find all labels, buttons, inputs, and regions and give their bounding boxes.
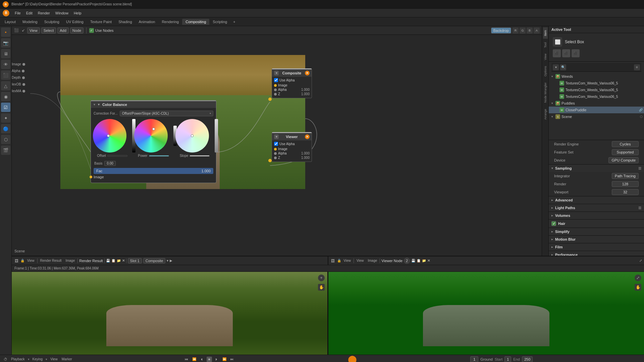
- left-vp-image-btn[interactable]: Image: [64, 258, 76, 263]
- item-thumb-1[interactable]: ⬛: [553, 49, 561, 57]
- pb-reverse-play[interactable]: ⏴: [199, 357, 205, 361]
- end-value[interactable]: 250: [522, 356, 533, 362]
- node-canvas[interactable]: Image Alpha Depth IexOB: [12, 35, 542, 256]
- weeds-toggle-icon[interactable]: ▾: [550, 74, 554, 78]
- tab-shading[interactable]: Shading: [115, 19, 135, 25]
- left-vp-close-icon[interactable]: ✕: [122, 259, 125, 262]
- slope-value[interactable]: [190, 155, 210, 157]
- tab-uv-editing[interactable]: UV Editing: [63, 19, 87, 25]
- hair-checkbox[interactable]: ✓: [551, 221, 556, 226]
- outliner-search-icon[interactable]: 🔍: [560, 64, 566, 70]
- tab-add[interactable]: +: [230, 19, 238, 25]
- pb-view-btn[interactable]: View: [49, 357, 59, 361]
- frame-number[interactable]: 1: [470, 356, 478, 362]
- light-paths-header[interactable]: ▸ Light Paths ☰: [549, 204, 644, 212]
- right-vp-expand-icon[interactable]: ⤢: [639, 259, 642, 262]
- composite-node[interactable]: ▾ Composite ✕ Use Alpha: [272, 68, 312, 98]
- viewer-close-icon[interactable]: ✕: [305, 134, 310, 139]
- outliner-item-tex3[interactable]: M TexturesCom_Weeds_Various06_5: [549, 93, 644, 100]
- tab-texture-paint[interactable]: Texture Paint: [87, 19, 115, 25]
- scene-expand-icon[interactable]: ⬡: [640, 115, 643, 118]
- simplify-header[interactable]: ▸ Simplify: [549, 228, 644, 235]
- offset-wheel[interactable]: [93, 119, 126, 153]
- viewer-use-alpha[interactable]: Use Alpha: [274, 142, 310, 146]
- outliner-item-tex1[interactable]: M TexturesCom_Weeds_Various06_5: [549, 80, 644, 86]
- vtab-arrange[interactable]: Arrange: [543, 106, 548, 122]
- left-icon-obj2[interactable]: ⬡: [1, 135, 10, 144]
- ne-select-btn[interactable]: Select: [41, 27, 56, 34]
- pb-marker-btn[interactable]: Marker: [61, 357, 73, 361]
- fac-row[interactable]: Fac 1.000: [94, 168, 213, 174]
- menu-edit[interactable]: Edit: [23, 10, 35, 16]
- pb-keying-btn[interactable]: Keying: [32, 357, 44, 361]
- right-vp-expand-btn[interactable]: ⤢: [635, 275, 641, 281]
- pb-first-frame[interactable]: ⏮: [184, 357, 189, 361]
- outliner-item-puddles[interactable]: ▾ 📦 Puddles: [549, 100, 644, 107]
- right-vp-copy-icon[interactable]: 📋: [417, 259, 421, 262]
- ne-view-btn[interactable]: View: [27, 27, 40, 34]
- left-icon-scene[interactable]: ●: [1, 27, 10, 37]
- right-vp-lock-icon[interactable]: 🔒: [337, 259, 341, 262]
- pb-next-frame[interactable]: ⏩: [221, 357, 227, 361]
- outliner-filter-icon[interactable]: ▾: [553, 64, 559, 70]
- right-vp-view-btn2[interactable]: View: [355, 258, 365, 263]
- slope-side-slider[interactable]: [215, 119, 218, 153]
- correction-select[interactable]: Offset/Power/Slope (ASC-CDL) ▾: [120, 111, 213, 116]
- vtab-tool[interactable]: Tool: [543, 40, 548, 51]
- render-engine-value[interactable]: Cycles: [612, 141, 639, 147]
- performance-header[interactable]: ▸ Performance: [549, 251, 644, 256]
- puddles-toggle-icon[interactable]: ▾: [550, 101, 554, 105]
- slot-dropdown[interactable]: Slot 1: [128, 258, 142, 263]
- item-thumb-2[interactable]: ⬛: [562, 49, 570, 57]
- right-vp-image-btn[interactable]: Image: [367, 258, 379, 263]
- tab-scripting[interactable]: Scripting: [209, 19, 230, 25]
- tab-compositing[interactable]: Compositing: [182, 19, 209, 25]
- feature-set-value[interactable]: Supported: [612, 149, 639, 155]
- right-vp-view-btn[interactable]: View: [342, 258, 353, 263]
- left-viewport[interactable]: + ✋: [12, 272, 327, 355]
- ne-node-btn[interactable]: Node: [70, 27, 84, 34]
- volumes-header[interactable]: ▸ Volumes: [549, 212, 644, 219]
- left-icon-view[interactable]: 👁: [1, 60, 10, 69]
- viewer-node[interactable]: ▾ Viewer ✕ Use Alpha: [272, 132, 312, 162]
- pb-play[interactable]: ⏵: [214, 357, 219, 361]
- vtab-options[interactable]: Options: [543, 63, 548, 79]
- tab-modeling[interactable]: Modeling: [19, 19, 41, 25]
- film-header[interactable]: ▸ Film: [549, 243, 644, 251]
- vtab-node-wrangler[interactable]: Node Wrangler: [543, 80, 548, 105]
- left-icon-obj[interactable]: ⬛: [1, 70, 10, 80]
- backdrop-btn[interactable]: Backdrop: [491, 27, 511, 34]
- basis-value[interactable]: 0.00: [104, 161, 115, 166]
- viewer-collapse-icon[interactable]: ▾: [274, 134, 279, 139]
- scene-toggle-icon[interactable]: ▾: [550, 115, 554, 119]
- right-vp-type-icon[interactable]: 🖼: [330, 258, 336, 263]
- device-value[interactable]: GPU Compute: [608, 157, 639, 163]
- left-icon-mat[interactable]: ◉: [1, 92, 10, 101]
- menu-help[interactable]: Help: [71, 10, 84, 16]
- composite-dropdown-arrow[interactable]: ▾: [167, 259, 168, 262]
- sampling-list-icon[interactable]: ☰: [638, 167, 641, 170]
- tab-layout[interactable]: Layout: [1, 19, 19, 25]
- viewer-use-alpha-check[interactable]: [274, 142, 278, 146]
- left-icon-tex[interactable]: ☑: [1, 103, 10, 112]
- start-value[interactable]: 1: [504, 356, 511, 362]
- left-vp-exec-icon[interactable]: ▶: [170, 259, 172, 262]
- sampling-header[interactable]: ▾ Sampling ☰: [549, 165, 644, 172]
- outliner-item-closepuddle[interactable]: M ClosePuddle 🔗: [549, 107, 644, 113]
- left-vp-folder-icon[interactable]: 📁: [117, 259, 121, 262]
- left-icon-phys[interactable]: 🔵: [1, 124, 10, 133]
- menu-render[interactable]: Render: [35, 10, 53, 16]
- pb-last-frame[interactable]: ⏭: [229, 357, 235, 361]
- menu-file[interactable]: File: [12, 10, 23, 16]
- integrator-value[interactable]: Path Tracing: [612, 173, 639, 179]
- tab-rendering[interactable]: Rendering: [158, 19, 182, 25]
- composite-use-alpha[interactable]: Use Alpha: [274, 78, 310, 82]
- composite-collapse-icon[interactable]: ▾: [274, 71, 279, 75]
- advanced-header[interactable]: ▸ Advanced: [549, 196, 644, 204]
- left-vp-save-icon[interactable]: 💾: [106, 259, 110, 262]
- left-vp-zoom-in[interactable]: +: [318, 275, 325, 281]
- left-icon-part[interactable]: ✦: [1, 113, 10, 123]
- right-vp-close-icon[interactable]: ✕: [427, 259, 430, 262]
- composite-close-icon[interactable]: ✕: [305, 71, 310, 75]
- left-vp-view-btn2[interactable]: Render Result: [39, 258, 63, 263]
